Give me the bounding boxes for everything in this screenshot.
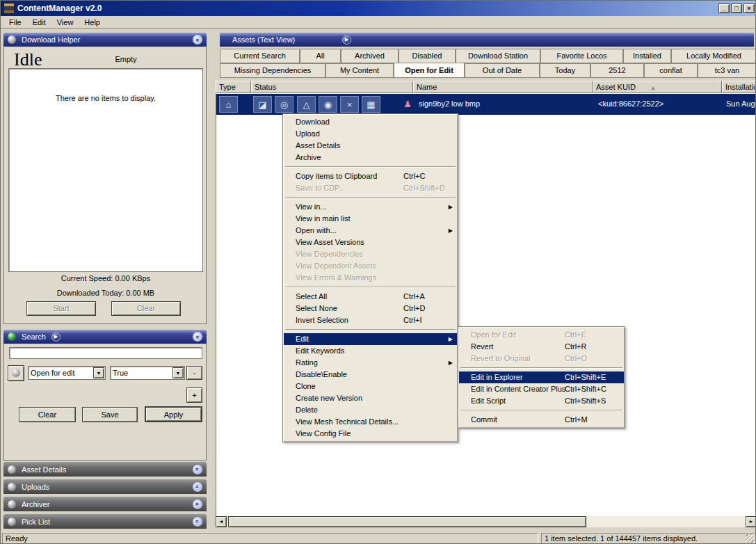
menu-item-revert-to-original[interactable]: Revert to OriginalCtrl+O [459, 353, 624, 365]
menu-item-save-to-cdp[interactable]: Save to CDP...Ctrl+Shift+D [284, 182, 457, 194]
menu-item-asset-details[interactable]: Asset Details [284, 140, 457, 152]
tab-my-content[interactable]: My Content [325, 63, 394, 78]
menu-item-edit-keywords[interactable]: Edit Keywords [284, 345, 457, 357]
menu-view[interactable]: View [51, 17, 79, 28]
menu-item-download[interactable]: Download [284, 116, 457, 128]
assets-play-icon[interactable]: ▶ [342, 35, 351, 45]
menu-edit[interactable]: Edit [27, 17, 51, 28]
collapse-chevron-icon[interactable]: » [193, 332, 202, 342]
search-play-icon[interactable]: ▶ [51, 333, 61, 342]
panel-archiver[interactable]: Archiver » [3, 497, 207, 511]
dropdown-arrow-icon[interactable]: ▼ [93, 367, 104, 378]
column-type[interactable]: Type [216, 81, 251, 93]
expand-chevron-icon[interactable]: » [193, 482, 202, 492]
tab-today[interactable]: Today [540, 63, 590, 78]
tab-current-search[interactable]: Current Search [220, 49, 300, 63]
dropdown-arrow-icon[interactable]: ▼ [172, 367, 184, 378]
menu-item-open-with[interactable]: Open with...▶ [284, 225, 457, 237]
tab-locally-modified[interactable]: Locally Modified [671, 49, 756, 63]
expand-chevron-icon[interactable]: » [193, 465, 202, 474]
tab-tc3-van[interactable]: tc3 van [698, 63, 756, 78]
scroll-right-button[interactable]: ► [746, 516, 756, 527]
monitor-icon: ▦ [362, 96, 380, 113]
horizontal-scrollbar[interactable]: ◄ ► [216, 516, 756, 527]
column-status[interactable]: Status [251, 81, 413, 93]
tab-favorite-locos[interactable]: Favorite Locos [540, 49, 623, 63]
resize-grip[interactable] [746, 534, 754, 543]
download-clear-button[interactable]: Clear [111, 301, 181, 316]
menu-item-clone[interactable]: Clone [284, 381, 457, 392]
filter-value-select[interactable]: True ▼ [110, 366, 185, 380]
figure-icon: ♟ [401, 96, 414, 113]
menu-item-select-all[interactable]: Select AllCtrl+A [284, 291, 457, 303]
badge-icon: ◉ [319, 96, 337, 113]
column-name[interactable]: Name [413, 81, 593, 93]
search-input[interactable] [9, 347, 202, 359]
tab-download-station[interactable]: Download Station [456, 49, 540, 63]
search-header[interactable]: Search ▶ » [3, 330, 207, 344]
search-save-button[interactable]: Save [82, 407, 138, 422]
tab-missing-dependencies[interactable]: Missing Dependencies [220, 63, 325, 78]
scrollbar-thumb[interactable] [228, 516, 586, 527]
column-installation-time[interactable]: Installation Time [722, 81, 756, 93]
tab-out-of-date[interactable]: Out of Date [465, 63, 540, 78]
tab-disabled[interactable]: Disabled [399, 49, 456, 63]
expand-chevron-icon[interactable]: » [193, 517, 202, 527]
tab-conflat[interactable]: conflat [644, 63, 698, 78]
search-clear-button[interactable]: Clear [19, 407, 76, 422]
tab-2512[interactable]: 2512 [590, 63, 644, 78]
panel-uploads[interactable]: Uploads » [3, 479, 207, 494]
submenu-arrow-icon: ▶ [449, 357, 453, 369]
menu-item-edit-script[interactable]: Edit ScriptCtrl+Shift+S [459, 395, 624, 407]
panel-pick-list[interactable]: Pick List » [3, 514, 207, 529]
menu-item-edit[interactable]: Edit▶ [284, 333, 457, 345]
menu-item-view-mesh-details[interactable]: View Mesh Technical Details... [284, 416, 457, 428]
download-queue-list[interactable]: There are no items to display. [8, 68, 203, 272]
download-helper-header[interactable]: Download Helper » [3, 33, 207, 47]
menu-item-view-dependencies[interactable]: View Dependencies [284, 248, 457, 260]
menu-item-upload[interactable]: Upload [284, 128, 457, 140]
menu-item-edit-in-explorer[interactable]: Edit in ExplorerCtrl+Shift+E [459, 371, 624, 383]
menu-item-archive[interactable]: Archive [284, 152, 457, 163]
menu-item-revert[interactable]: RevertCtrl+R [459, 341, 624, 353]
menu-item-edit-in-ccp[interactable]: Edit in Content Creator PlusCtrl+Shift+C [459, 383, 624, 395]
scroll-left-button[interactable]: ◄ [216, 516, 227, 527]
menu-item-open-for-edit[interactable]: Open for EditCtrl+E [459, 329, 624, 341]
column-asset-kuid[interactable]: Asset KUID ▲ [593, 81, 722, 93]
tab-open-for-edit[interactable]: Open for Edit [394, 63, 465, 78]
add-filter-button[interactable]: + [186, 387, 202, 403]
tab-installed[interactable]: Installed [623, 49, 671, 63]
menu-item-view-config-file[interactable]: View Config File [284, 428, 457, 440]
menu-item-view-asset-versions[interactable]: View Asset Versions [284, 237, 457, 248]
menu-item-commit[interactable]: CommitCtrl+M [459, 414, 624, 426]
menu-item-create-new-version[interactable]: Create new Version [284, 392, 457, 404]
menu-item-delete[interactable]: Delete [284, 404, 457, 416]
minimize-button[interactable]: _ [718, 3, 730, 13]
remove-filter-button[interactable]: - [186, 366, 202, 380]
download-helper-title: Download Helper [22, 35, 80, 44]
start-button[interactable]: Start [26, 301, 96, 316]
menu-item-copy-items[interactable]: Copy items to ClipboardCtrl+C [284, 170, 457, 182]
menu-item-view-dependent-assets[interactable]: View Dependent Assets [284, 260, 457, 272]
menu-item-view-in[interactable]: View in...▶ [284, 201, 457, 213]
tab-archived[interactable]: Archived [341, 49, 399, 63]
search-apply-button[interactable]: Apply [145, 406, 202, 422]
menu-item-rating[interactable]: Rating▶ [284, 357, 457, 369]
menu-help[interactable]: Help [79, 17, 106, 28]
selected-asset-row[interactable]: ⌂ ◪ ◎ △ ◉ × ▦ ♟ sign9by2 low bmp <kuid:8… [216, 94, 756, 115]
menu-item-view-in-main-list[interactable]: View in main list [284, 213, 457, 225]
panel-asset-details[interactable]: Asset Details » [3, 462, 207, 477]
maximize-button[interactable]: □ [731, 3, 742, 13]
close-button[interactable]: × [743, 3, 755, 13]
menu-item-disable-enable[interactable]: Disable\Enable [284, 369, 457, 381]
menu-file[interactable]: File [3, 17, 27, 28]
menu-item-select-none[interactable]: Select NoneCtrl+D [284, 303, 457, 314]
asset-name: sign9by2 low bmp [419, 99, 480, 108]
menu-item-invert-selection[interactable]: Invert SelectionCtrl+I [284, 314, 457, 326]
filter-field-select[interactable]: Open for edit ▼ [28, 366, 106, 380]
collapse-chevron-icon[interactable]: » [193, 35, 202, 45]
menu-item-view-errors-warnings[interactable]: View Errors & Warnings [284, 272, 457, 284]
tab-all[interactable]: All [300, 49, 341, 63]
search-sphere-button[interactable] [8, 365, 24, 381]
expand-chevron-icon[interactable]: » [193, 499, 202, 509]
